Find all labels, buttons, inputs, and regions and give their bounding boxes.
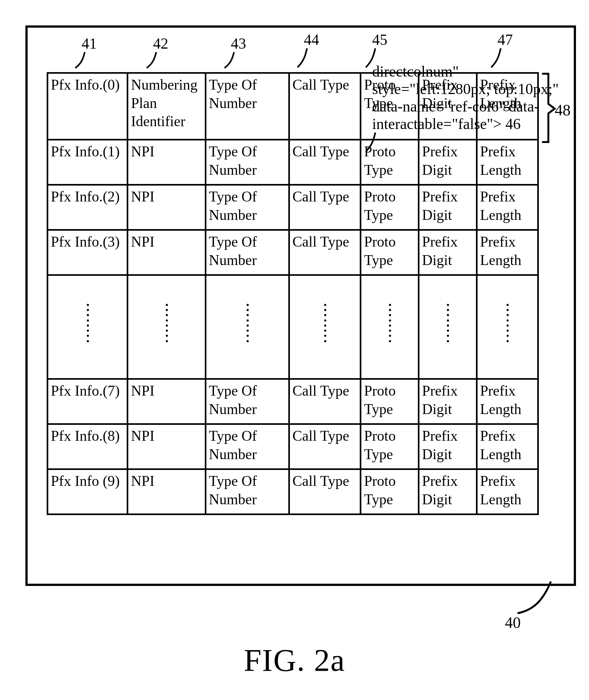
cell: NPI	[128, 230, 205, 275]
cell-text: Call Type	[292, 77, 349, 93]
cell: Call Type	[289, 469, 361, 515]
cell: Type Of Number	[205, 230, 289, 275]
figure-caption-text: FIG. 2a	[244, 643, 346, 678]
cell: Type Of Number	[205, 73, 289, 140]
cell-text: NPI	[131, 428, 154, 444]
cell: NPI	[128, 185, 205, 230]
cell: Call Type	[289, 185, 361, 230]
tick-icon	[81, 52, 101, 66]
cell-ellipsis: ········	[205, 275, 289, 379]
ref-col2: 42	[153, 35, 172, 66]
cell: Call Type	[289, 379, 361, 424]
cell: Call Type	[289, 424, 361, 469]
ref-col7: 47	[498, 31, 517, 62]
ref-row-brace-text: 48	[555, 101, 571, 119]
cell: Prefix Digit	[419, 469, 477, 515]
ref-frame-text: 40	[505, 613, 521, 632]
cell: Type Of Number	[205, 185, 289, 230]
cell-text: NPI	[131, 473, 154, 489]
cell-text: Proto Type	[364, 188, 396, 223]
cell: Pfx Info.(3)	[48, 230, 128, 275]
vertical-dots-icon: ········	[388, 302, 392, 344]
cell: Pfx Info (9)	[48, 469, 128, 515]
ref-col2-text: 42	[153, 35, 168, 52]
cell-text: Prefix Digit	[422, 77, 457, 111]
figure-caption: FIG. 2a	[0, 642, 589, 678]
cell: Proto Type	[361, 73, 419, 140]
ref-col1-text: 41	[81, 35, 97, 52]
table-row: Pfx Info.(8) NPI Type Of Number Call Typ…	[48, 424, 538, 469]
cell-text: Proto Type	[364, 143, 396, 178]
cell-text: Proto Type	[364, 428, 396, 462]
cell-text: Numbering Plan Identifier	[131, 77, 197, 129]
cell-ellipsis: ········	[419, 275, 477, 379]
vertical-dots-icon: ········	[323, 302, 328, 344]
cell-text: Call Type	[292, 234, 349, 250]
cell: Pfx Info.(7)	[48, 379, 128, 424]
tick-icon	[153, 52, 172, 66]
cell: Prefix Length	[476, 230, 538, 275]
cell-text: Call Type	[292, 143, 349, 159]
tick-icon	[231, 52, 250, 66]
cell: Prefix Digit	[419, 424, 477, 469]
cell: Pfx Info.(8)	[48, 424, 128, 469]
ref-col1: 41	[81, 35, 101, 66]
table-row: Pfx Info (9) NPI Type Of Number Call Typ…	[48, 469, 538, 515]
vertical-dots-icon: ········	[446, 302, 450, 344]
cell-text: Prefix Length	[480, 188, 521, 223]
cell: Proto Type	[361, 379, 419, 424]
cell-text: Proto Type	[364, 234, 396, 268]
cell: NPI	[128, 469, 205, 515]
cell-text: Type Of Number	[209, 473, 257, 508]
table-row: Pfx Info.(7) NPI Type Of Number Call Typ…	[48, 379, 538, 424]
cell-ellipsis: ········	[128, 275, 205, 379]
cell: Proto Type	[361, 185, 419, 230]
tick-icon	[372, 48, 391, 62]
table-row: Pfx Info.(2) NPI Type Of Number Call Typ…	[48, 185, 538, 230]
cell-text: Type Of Number	[209, 383, 257, 417]
ref-frame: 40	[505, 613, 521, 632]
cell: Type Of Number	[205, 379, 289, 424]
cell: Prefix Digit	[419, 185, 477, 230]
cell-text: Prefix Length	[480, 143, 521, 178]
cell: Numbering Plan Identifier	[128, 73, 205, 140]
vertical-dots-icon: ········	[165, 302, 169, 344]
cell-text: Pfx Info.(1)	[51, 143, 120, 159]
cell: NPI	[128, 379, 205, 424]
cell: NPI	[128, 424, 205, 469]
cell: Prefix Digit	[419, 73, 477, 140]
tick-icon	[498, 48, 517, 62]
figure-page: 41 42 43 44 45 directcolnum" style="left…	[0, 0, 589, 700]
vertical-dots-icon: ········	[85, 302, 90, 344]
ref-col4: 44	[304, 31, 323, 62]
cell: Call Type	[289, 73, 361, 140]
ref-row-brace: 48	[555, 101, 571, 119]
cell-text: Pfx Info.(0)	[51, 77, 120, 93]
cell-text: Pfx Info.(8)	[51, 428, 120, 444]
table-row-ellipsis: ········ ········ ········ ········ ····…	[48, 275, 538, 379]
cell: Prefix Length	[476, 469, 538, 515]
cell: Prefix Length	[476, 185, 538, 230]
cell-text: Prefix Length	[480, 473, 521, 508]
cell-text: Pfx Info.(2)	[51, 188, 120, 204]
cell: Prefix Length	[476, 140, 538, 185]
cell: Prefix Digit	[419, 230, 477, 275]
cell-text: Proto Type	[364, 383, 396, 417]
cell-text: Type Of Number	[209, 143, 257, 178]
cell-text: Type Of Number	[209, 188, 257, 223]
cell-text: Call Type	[292, 188, 349, 204]
cell-text: Prefix Digit	[422, 143, 457, 178]
vertical-dots-icon: ········	[506, 302, 510, 344]
cell-text: Pfx Info.(3)	[51, 234, 120, 250]
cell: Proto Type	[361, 424, 419, 469]
cell: Prefix Length	[476, 379, 538, 424]
cell: Pfx Info.(2)	[48, 185, 128, 230]
outer-frame: 41 42 43 44 45 directcolnum" style="left…	[25, 25, 576, 586]
ref-col4-text: 44	[304, 31, 319, 48]
cell-text: Prefix Digit	[422, 188, 457, 223]
cell-text: Prefix Length	[480, 77, 521, 111]
ref-col5-text: 45	[372, 31, 387, 48]
cell-text: Prefix Digit	[422, 383, 457, 417]
cell-text: Type Of Number	[209, 428, 257, 462]
cell-text: Call Type	[292, 473, 349, 489]
